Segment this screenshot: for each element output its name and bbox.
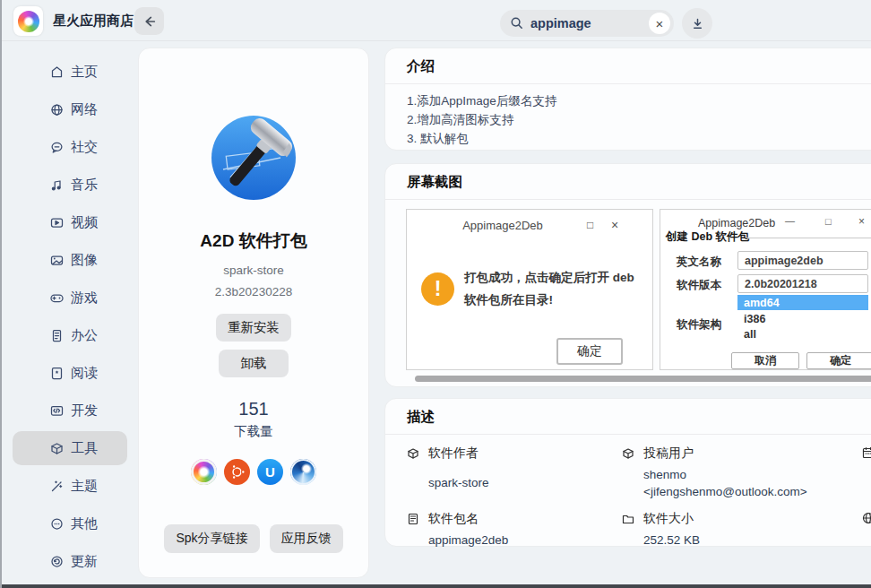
shot1-maximize-icon: □ (587, 219, 593, 231)
globe-icon (861, 511, 871, 525)
video-icon (49, 215, 65, 230)
sidebar-item-music[interactable]: 音乐 (2, 166, 133, 203)
contributor-value-line1: shenmo (621, 466, 861, 483)
ubuntu-platform-icon (224, 459, 250, 485)
ubuntu-logo-icon (227, 462, 247, 482)
shot1-close-icon: × (611, 218, 618, 232)
intro-card: 介绍 1.添加AppImage后缀名支持 2.增加高清图标支持 3. 默认解包 (384, 48, 871, 151)
search-input[interactable]: appimage × (500, 10, 674, 37)
uninstall-button[interactable]: 卸载 (219, 350, 289, 377)
search-icon (510, 16, 524, 30)
deepin-platform-icon (290, 459, 316, 485)
sidebar-item-theme[interactable]: 主题 (2, 467, 133, 505)
sidebar-item-reading[interactable]: 阅读 (2, 354, 133, 392)
download-count-label: 下载量 (139, 423, 368, 440)
platform-badges: U (139, 459, 368, 485)
spark-platform-icon (191, 459, 217, 485)
other-icon (49, 516, 65, 532)
screenshots-card: 屏幕截图 Appimage2Deb □ × ! 打包成功，点击确定后打开 deb… (384, 163, 871, 387)
shot1-message-line2: 软件包所在目录! (464, 289, 643, 311)
package-icon (621, 446, 635, 461)
reading-icon (49, 366, 65, 381)
clear-search-button[interactable]: × (649, 13, 670, 34)
sidebar-item-games[interactable]: 游戏 (2, 279, 133, 316)
shot2-cancel-button: 取消 (731, 352, 799, 369)
groupbox-line (746, 238, 871, 238)
shot2-version-input: 2.0b20201218 (737, 274, 868, 293)
sidebar-item-office[interactable]: 办公 (2, 316, 133, 354)
sidebar-item-tools[interactable]: 工具 (2, 429, 133, 467)
download-icon (690, 16, 705, 31)
shot2-group-title: 创建 Deb 软件包 (666, 229, 749, 245)
office-icon (49, 328, 65, 343)
description-title: 描述 (385, 399, 871, 434)
size-cell: 软件大小 252.52 KB (621, 511, 861, 549)
intro-line: 1.添加AppImage后缀名支持 (407, 91, 871, 110)
app-info-card: A2D 软件打包 spark-store 2.3b20230228 重新安装 卸… (138, 48, 369, 578)
games-icon (49, 290, 65, 306)
package-name-value: appimage2deb (406, 532, 621, 549)
back-button[interactable] (134, 7, 164, 35)
tools-icon (49, 441, 65, 456)
back-arrow-icon (142, 13, 158, 30)
shot2-arch-option-i386: i386 (737, 311, 868, 326)
contributor-label: 投稿用户 (643, 445, 694, 462)
sidebar-item-social[interactable]: 社交 (2, 128, 133, 166)
sidebar-item-other[interactable]: 其他 (2, 505, 133, 542)
detail-panel: 介绍 1.添加AppImage后缀名支持 2.增加高清图标支持 3. 默认解包 … (384, 48, 871, 547)
package-name-label: 软件包名 (428, 511, 479, 527)
music-icon (49, 177, 65, 193)
feedback-button[interactable]: 应用反馈 (270, 524, 343, 553)
shot2-name-input: appimage2deb (737, 251, 868, 270)
intro-title: 介绍 (385, 48, 871, 83)
size-label: 软件大小 (643, 511, 694, 527)
reinstall-button[interactable]: 重新安装 (216, 314, 291, 342)
network-icon (49, 102, 65, 117)
author-value: spark-store (406, 474, 621, 491)
download-manager-button[interactable] (682, 8, 712, 39)
warning-icon: ! (421, 272, 454, 306)
download-count: 151 (139, 399, 368, 419)
spk-share-button[interactable]: Spk分享链接 (164, 524, 259, 553)
contributor-cell: 投稿用户 shenmo <jifengshenmo@outlook.com> (621, 445, 861, 511)
sidebar-item-dev[interactable]: 开发 (2, 392, 133, 429)
screenshot-dialog[interactable]: Appimage2Deb □ × ! 打包成功，点击确定后打开 deb 软件包所… (406, 209, 653, 370)
app-maintainer: spark-store (139, 264, 368, 277)
package-name-cell: 软件包名 appimage2deb (406, 511, 621, 549)
image-icon (49, 253, 65, 268)
spark-swirl-icon (18, 11, 39, 32)
update-icon (49, 554, 65, 569)
shot2-minimize-icon: — (785, 215, 795, 226)
home-icon (49, 65, 65, 80)
contributor-value-line2: <jifengshenmo@outlook.com> (621, 483, 861, 500)
sidebar-item-network[interactable]: 网络 (2, 91, 133, 128)
sidebar-item-video[interactable]: 视频 (2, 203, 133, 241)
category-sidebar: 主页 网络 社交 音乐 视频 图像 游戏 办公 阅读 开发 工具 主题 (2, 41, 133, 584)
shot2-window-title: Appimage2Deb (698, 217, 775, 229)
search-value: appimage (530, 16, 649, 30)
shot1-message-line1: 打包成功，点击确定后打开 deb (464, 266, 643, 289)
window-bottom-edge (2, 584, 871, 588)
shot2-version-label: 软件版本 (677, 278, 721, 293)
document-icon (406, 512, 420, 526)
screenshots-title: 屏幕截图 (385, 164, 871, 199)
intro-line: 2.增加高清图标支持 (407, 110, 871, 129)
website-cell-cut (861, 511, 871, 549)
package-icon (406, 446, 420, 461)
screenshot-form[interactable]: Appimage2Deb — □ × 创建 Deb 软件包 英文名称 appim… (660, 209, 871, 370)
app-version: 2.3b20230228 (139, 285, 368, 298)
shot2-ok-button: 确定 (806, 352, 871, 369)
theme-icon (49, 479, 65, 494)
store-logo (13, 6, 43, 36)
shot1-window-title: Appimage2Deb (407, 219, 599, 232)
social-icon (49, 140, 65, 155)
screenshots-scrollbar[interactable] (415, 376, 871, 382)
shot2-arch-label: 软件架构 (677, 317, 721, 333)
author-label: 软件作者 (428, 445, 479, 462)
shot1-ok-button: 确定 (556, 338, 623, 365)
description-card: 描述 软件作者 spark-store 投稿用户 shenmo <jifengs… (384, 398, 871, 547)
sidebar-item-home[interactable]: 主页 (2, 53, 133, 91)
app-name: A2D 软件打包 (139, 229, 368, 253)
sidebar-item-image[interactable]: 图像 (2, 241, 133, 279)
sidebar-item-update[interactable]: 更新 (2, 542, 133, 580)
